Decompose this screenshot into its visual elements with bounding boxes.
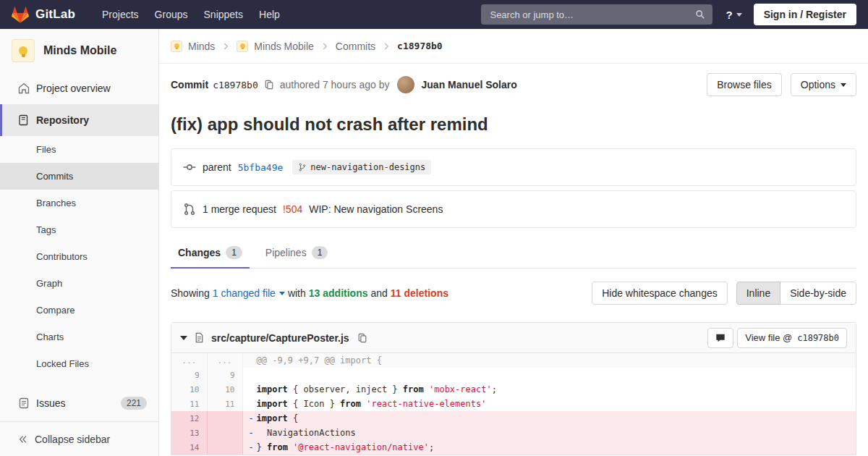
- new-line-number[interactable]: [207, 440, 242, 455]
- copy-file-path-button[interactable]: [356, 332, 369, 345]
- old-line-number: ...: [171, 353, 207, 368]
- file-text-icon: [194, 332, 205, 343]
- nav-help[interactable]: Help: [251, 0, 288, 29]
- options-dropdown-button[interactable]: Options: [791, 73, 856, 96]
- branch-icon: [298, 163, 307, 172]
- file-path-link[interactable]: src/capture/CapturePoster.js: [211, 332, 349, 344]
- changed-files-dropdown[interactable]: 1 changed file: [213, 287, 285, 299]
- new-line-number[interactable]: 10: [207, 382, 242, 397]
- tab-pipelines[interactable]: Pipelines 1: [258, 238, 336, 269]
- diff-line: 14-} from '@react-navigation/native';: [171, 440, 856, 455]
- sign-in-button[interactable]: Sign in / Register: [754, 4, 856, 25]
- sidebar-item-project-overview[interactable]: Project overview: [0, 72, 158, 104]
- old-line-number[interactable]: 11: [171, 397, 207, 411]
- old-line-number[interactable]: 14: [171, 440, 207, 455]
- sidebar-item-branches[interactable]: Branches: [0, 190, 158, 216]
- hide-whitespace-button[interactable]: Hide whitespace changes: [592, 282, 728, 305]
- sidebar-item-commits[interactable]: Commits: [0, 163, 158, 190]
- sidebar-item-repository[interactable]: Repository: [0, 104, 158, 136]
- merge-request-box: 1 merge request !504 WIP: New navigation…: [171, 190, 856, 228]
- home-icon: [18, 83, 30, 94]
- diff-line: 13- NavigationActions: [171, 426, 856, 440]
- new-line-number[interactable]: [207, 426, 242, 440]
- diff-sign: [249, 384, 257, 394]
- diff-view-toggle: Inline Side-by-side: [736, 282, 856, 305]
- author-name-link[interactable]: Juan Manuel Solaro: [422, 79, 517, 90]
- breadcrumb-project[interactable]: Minds Mobile: [254, 41, 313, 52]
- collapse-diff-icon[interactable]: [180, 336, 187, 344]
- new-line-number[interactable]: 9: [207, 368, 242, 382]
- nav-groups[interactable]: Groups: [147, 0, 196, 29]
- diff-sign: -: [249, 442, 257, 452]
- options-label: Options: [801, 79, 835, 90]
- old-line-number[interactable]: 9: [171, 368, 207, 382]
- project-head[interactable]: Minds Mobile: [0, 29, 158, 72]
- diff-line: ......@@ -9,9 +9,7 @@ import {: [171, 353, 856, 368]
- old-line-number[interactable]: 10: [171, 382, 207, 397]
- collapse-sidebar-label: Collapse sidebar: [35, 434, 110, 445]
- search-input[interactable]: [488, 9, 689, 21]
- old-line-number[interactable]: 13: [171, 426, 207, 440]
- project-avatar: [12, 39, 35, 62]
- diff-table-body: ......@@ -9,9 +9,7 @@ import {99 1010 im…: [171, 353, 856, 455]
- additions-count: 13 additions: [309, 287, 368, 299]
- new-line-number[interactable]: [207, 411, 242, 426]
- breadcrumb-group[interactable]: Minds: [188, 41, 215, 52]
- mr-count-text: 1 merge request: [203, 203, 276, 215]
- mr-ref-link[interactable]: !504: [283, 203, 302, 215]
- sidebar-item-compare[interactable]: Compare: [0, 297, 158, 324]
- breadcrumb-commits[interactable]: Commits: [336, 41, 375, 52]
- view-file-sha: c18978b0: [797, 333, 839, 343]
- collapse-sidebar-button[interactable]: Collapse sidebar: [0, 421, 158, 456]
- sidebar-item-graph[interactable]: Graph: [0, 270, 158, 297]
- new-line-number: ...: [207, 353, 242, 368]
- search-box[interactable]: [481, 4, 712, 25]
- main-content: Minds Minds Mobile Commits c18978b0 Comm…: [159, 0, 868, 455]
- search-icon: [695, 9, 705, 20]
- nav-projects[interactable]: Projects: [94, 0, 147, 29]
- commit-tabs: Changes 1 Pipelines 1: [171, 238, 856, 269]
- chevron-right-icon: [320, 41, 330, 51]
- sidebar-item-issues[interactable]: Issues 221: [0, 387, 158, 419]
- gitlab-logo[interactable]: GitLab: [12, 7, 75, 23]
- sidebar-item-contributors[interactable]: Contributors: [0, 243, 158, 270]
- authored-text: authored 7 hours ago by: [280, 79, 390, 90]
- and-text: and: [370, 287, 387, 299]
- diff-line-content: -import {: [242, 411, 856, 426]
- commit-icon: [183, 161, 196, 174]
- tab-changes[interactable]: Changes 1: [171, 238, 250, 269]
- file-diff: src/capture/CapturePoster.js View file @…: [171, 322, 856, 455]
- diff-line: 12-import {: [171, 411, 856, 426]
- author-avatar[interactable]: [397, 76, 414, 93]
- tanuki-icon: [12, 7, 29, 23]
- sidebar-item-tags[interactable]: Tags: [0, 216, 158, 243]
- view-file-button[interactable]: View file @ c18978b0: [737, 328, 847, 348]
- chevron-right-icon: [221, 41, 231, 51]
- nav-snippets[interactable]: Snippets: [196, 0, 251, 29]
- help-dropdown[interactable]: ?: [726, 9, 741, 21]
- tab-changes-label: Changes: [178, 247, 221, 258]
- commit-sha: c18978b0: [213, 80, 258, 90]
- copy-sha-button[interactable]: [263, 78, 276, 91]
- sidebar-item-locked-files[interactable]: Locked Files: [0, 350, 158, 377]
- repository-icon: [18, 114, 30, 126]
- toggle-comments-button[interactable]: [707, 328, 733, 348]
- sidebar-item-label: Project overview: [36, 83, 111, 94]
- parent-sha-link[interactable]: 5bfba49e: [238, 162, 284, 173]
- lightbulb-icon: [240, 43, 245, 48]
- lightbulb-icon: [174, 43, 179, 48]
- file-diff-header: src/capture/CapturePoster.js View file @…: [171, 323, 856, 353]
- diff-line-content: @@ -9,9 +9,7 @@ import {: [242, 353, 856, 368]
- lightbulb-icon: [19, 46, 27, 55]
- tab-changes-count: 1: [226, 246, 242, 259]
- sidebar-item-charts[interactable]: Charts: [0, 324, 158, 350]
- side-by-side-view-button[interactable]: Side-by-side: [780, 282, 856, 305]
- sidebar-item-files[interactable]: Files: [0, 136, 158, 163]
- browse-files-button[interactable]: Browse files: [707, 73, 781, 96]
- inline-view-button[interactable]: Inline: [736, 282, 780, 305]
- merge-request-icon: [183, 203, 196, 216]
- branch-ref-chip[interactable]: new-navigation-designs: [292, 160, 431, 174]
- mr-title-link[interactable]: WIP: New navigation Screens: [309, 203, 443, 215]
- old-line-number[interactable]: 12: [171, 411, 207, 426]
- new-line-number[interactable]: 11: [207, 397, 242, 411]
